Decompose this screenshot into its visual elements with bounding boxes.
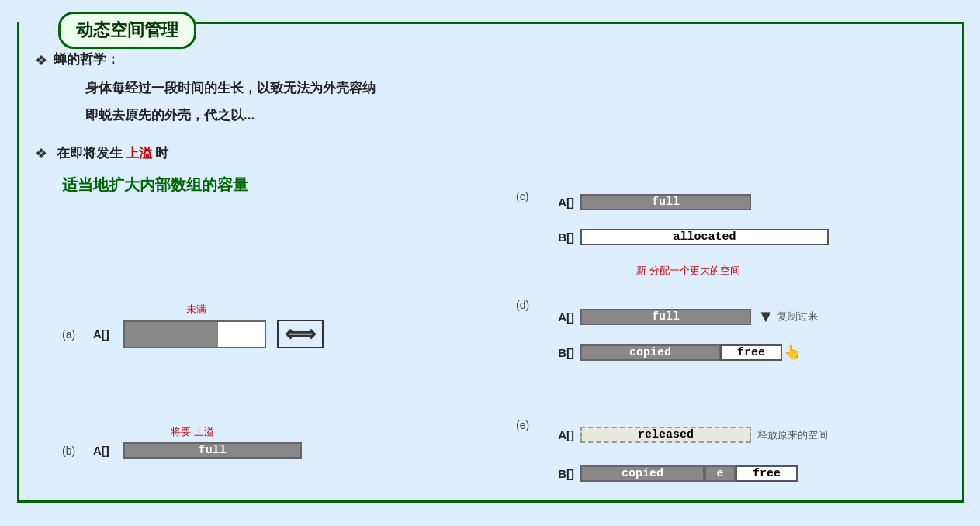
diag-b-row: (b) A[] full <box>62 442 302 459</box>
bullet1-text: 蝉的哲学： <box>54 50 119 68</box>
diag-a-arrow: ⟺ <box>277 320 324 348</box>
diag-c-a-row: A[] full <box>543 194 751 210</box>
diag-c-annotation: 新 分配一个更大的空间 <box>636 264 740 278</box>
diag-e-b-free: free <box>736 465 798 482</box>
diag-d-label: (d) <box>516 299 529 311</box>
diag-e-a-released: released <box>580 427 751 443</box>
bullet1: ❖ 蝉的哲学： <box>35 50 119 69</box>
diag-c-a-box: full <box>580 194 751 210</box>
diag-b-full: full <box>123 442 302 459</box>
diag-a-bar <box>123 320 266 348</box>
diag-d-a-label: A[] <box>543 310 574 324</box>
diag-d-a-row: A[] full ▼ 复制过来 <box>543 306 818 327</box>
diag-a-array-label: A[] <box>93 327 109 341</box>
bullet2: ❖ 在即将发生 上溢 时 <box>35 144 168 162</box>
diag-b-label: (b) <box>62 445 85 457</box>
diag-b-array-label: A[] <box>93 444 109 457</box>
diag-c-a-label: A[] <box>543 196 574 209</box>
title-box: 动态空间管理 <box>58 12 196 49</box>
bullet2-highlight: 上溢 <box>126 144 152 162</box>
title-text: 动态空间管理 <box>76 20 178 40</box>
diag-e-a-row: A[] released 释放原来的空间 <box>543 427 828 443</box>
bullet2-sub: 适当地扩大内部数组的容量 <box>62 175 248 196</box>
diag-d-a-box: full <box>580 309 751 325</box>
diag-d-b-copied: copied <box>580 344 720 361</box>
sub2-text: 即蜕去原先的外壳，代之以... <box>85 105 255 126</box>
bullet2-diamond: ❖ <box>35 145 47 162</box>
bullet2-part2: 时 <box>155 144 168 162</box>
diag-d-down-arrow: ▼ <box>757 306 774 327</box>
diag-c-b-row: B[] allocated <box>543 229 829 245</box>
diag-d-b-label: B[] <box>543 346 574 359</box>
diag-a-annotation: 未满 <box>186 303 324 317</box>
diag-e-b-copied: copied <box>580 465 705 482</box>
bullet2-sub-text: 适当地扩大内部数组的容量 <box>62 176 248 193</box>
diag-a-label: (a) <box>62 328 85 341</box>
diag-e-b-row: B[] copied e free <box>543 465 798 482</box>
diag-d-b-free: free <box>720 344 782 361</box>
diag-b-annotation: 将要 上溢 <box>171 425 302 439</box>
diag-a-filled <box>125 322 218 347</box>
diag-c-b-label: B[] <box>543 230 574 244</box>
diag-a-empty <box>218 322 265 347</box>
diag-e-b-e: e <box>705 465 736 482</box>
bullet2-part1: 在即将发生 <box>57 144 123 162</box>
diag-e-a-label: A[] <box>543 428 574 441</box>
sub1-text: 身体每经过一段时间的生长，以致无法为外壳容纳 <box>85 78 376 99</box>
diag-a-row: (a) A[] ⟺ <box>62 320 324 348</box>
diag-a-group: 未满 (a) A[] ⟺ <box>62 303 324 348</box>
diag-e-label: (e) <box>516 419 529 431</box>
bullet1-diamond: ❖ <box>35 52 47 69</box>
diag-c-b-box: allocated <box>580 229 829 245</box>
cursor-icon: 👆 <box>784 344 801 361</box>
diag-e-annotation: 释放原来的空间 <box>757 428 828 442</box>
diag-e-b-label: B[] <box>543 467 574 480</box>
diag-d-b-row: B[] copied free 👆 <box>543 344 801 361</box>
diag-d-annotation: 复制过来 <box>777 310 818 324</box>
diag-c-label: (c) <box>516 190 528 202</box>
diag-b-group: 将要 上溢 (b) A[] full <box>62 425 302 459</box>
